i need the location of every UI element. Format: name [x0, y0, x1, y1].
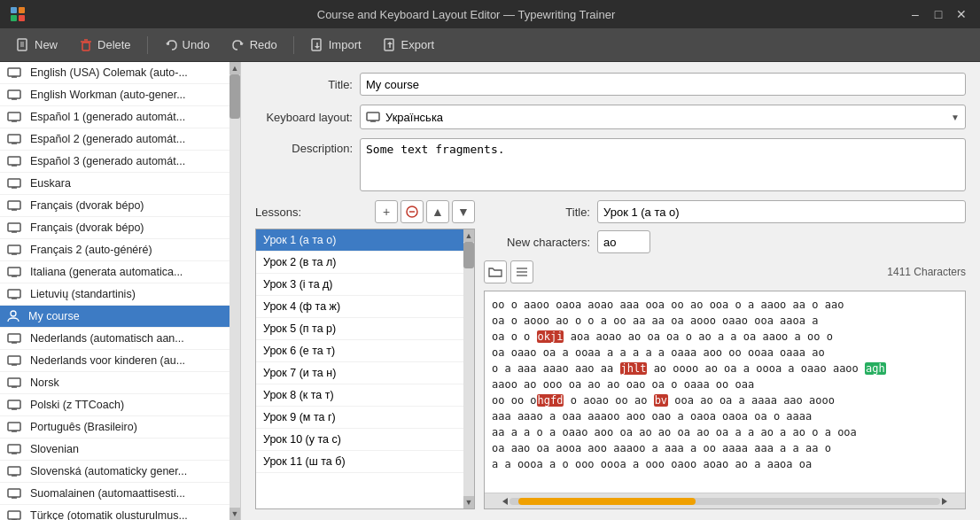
lessons-scroll[interactable]: Урок 1 (а та о)Урок 2 (в та л)Урок 3 (і … [256, 229, 463, 508]
lesson-title-input[interactable] [597, 200, 966, 223]
sidebar-item-18[interactable]: Slovenská (automaticky gener... [0, 461, 229, 483]
sidebar-item-label-14: Norsk [30, 376, 59, 389]
lesson-item-6[interactable]: Урок 7 (и та н) [256, 362, 463, 384]
keyboard-select[interactable]: Українська ▼ [360, 105, 966, 129]
delete-button[interactable]: Delete [70, 33, 140, 58]
lesson-item-8[interactable]: Урок 9 (м та г) [256, 407, 463, 429]
sidebar-item-15[interactable]: Polski (z TTCoach) [0, 394, 229, 416]
text-area-container: oo o aaoo oaoa aoao aaa ooa oo ao ooa o … [484, 291, 966, 509]
text-content[interactable]: oo o aaoo oaoa aoao aaa ooa oo ao ooa o … [485, 291, 965, 493]
svg-rect-28 [8, 135, 20, 143]
sidebar-item-20[interactable]: Türkçe (otomatik olusturulmus... [0, 505, 229, 520]
sidebar-item-11[interactable]: My course [0, 306, 229, 328]
lesson-item-0[interactable]: Урок 1 (а та о) [256, 229, 463, 252]
undo-label: Undo [183, 38, 210, 51]
svg-rect-19 [8, 68, 20, 76]
sidebar-item-8[interactable]: Français 2 (auto-généré) [0, 239, 229, 261]
description-form-label: Description: [255, 138, 353, 155]
sidebar-scroll-up[interactable]: ▲ [229, 62, 240, 74]
sidebar-item-1[interactable]: English Workman (auto-gener... [0, 84, 229, 106]
export-icon [383, 38, 397, 52]
import-label: Import [329, 38, 362, 51]
sidebar-item-label-2: Español 1 (generado automát... [30, 111, 185, 123]
list-button[interactable] [510, 260, 533, 283]
new-chars-row: New characters: [484, 230, 966, 253]
sidebar-item-4[interactable]: Español 3 (generado automát... [0, 151, 229, 173]
text-hscrollbar[interactable] [485, 493, 965, 508]
folder-icon [488, 266, 502, 278]
sidebar-item-3[interactable]: Español 2 (generado automát... [0, 128, 229, 151]
sidebar-item-2[interactable]: Español 1 (generado automát... [0, 106, 229, 128]
svg-rect-68 [8, 445, 20, 453]
lesson-item-5[interactable]: Урок 6 (е та т) [256, 340, 463, 362]
undo-icon [164, 38, 178, 52]
sidebar-item-9[interactable]: Italiana (generata automatica... [0, 261, 229, 283]
new-chars-label: New characters: [484, 236, 590, 249]
sidebar-item-label-16: Português (Brasileiro) [30, 421, 137, 433]
lesson-item-10[interactable]: Урок 11 (ш та б) [256, 451, 463, 473]
new-chars-input[interactable] [597, 230, 650, 253]
close-button[interactable]: ✕ [952, 4, 971, 24]
open-file-button[interactable] [484, 260, 507, 283]
lesson-item-4[interactable]: Урок 5 (п та р) [256, 318, 463, 340]
lessons-scroll-up[interactable]: ▲ [463, 229, 474, 242]
lessons-left: Lessons: + ▲ ▼ [255, 200, 475, 509]
export-button[interactable]: Export [374, 33, 444, 58]
sidebar-item-0[interactable]: English (USA) Colemak (auto-... [0, 62, 229, 84]
svg-rect-2 [11, 15, 17, 21]
svg-rect-71 [8, 467, 20, 475]
hscroll-right-arrow[interactable] [940, 497, 949, 506]
move-up-button[interactable]: ▲ [426, 200, 449, 223]
lessons-scroll-down[interactable]: ▼ [463, 496, 474, 508]
delete-lesson-button[interactable] [401, 200, 424, 223]
sidebar-item-14[interactable]: Norsk [0, 372, 229, 394]
sidebar-item-16[interactable]: Português (Brasileiro) [0, 416, 229, 439]
minimize-button[interactable]: – [906, 4, 925, 24]
sidebar-item-7[interactable]: Français (dvorak bépo) [0, 217, 229, 239]
lesson-item-3[interactable]: Урок 4 (ф та ж) [256, 296, 463, 318]
highlight-red: hgfd [537, 394, 564, 407]
sidebar-item-6[interactable]: Français (dvorak bépo) [0, 195, 229, 217]
import-button[interactable]: Import [301, 33, 370, 58]
toolbar: New Delete Undo Redo Import [0, 28, 980, 62]
sidebar-item-17[interactable]: Slovenian [0, 439, 229, 461]
svg-marker-18 [387, 42, 393, 44]
sidebar-item-label-10: Lietuvių (standartinis) [30, 288, 136, 300]
lesson-item-1[interactable]: Урок 2 (в та л) [256, 252, 463, 274]
delete-lesson-icon [406, 206, 418, 218]
add-lesson-button[interactable]: + [375, 200, 398, 223]
redo-button[interactable]: Redo [222, 33, 286, 58]
monitor-icon [7, 289, 21, 299]
sidebar-scroll-down[interactable]: ▼ [229, 508, 240, 520]
svg-rect-80 [367, 113, 379, 120]
monitor-icon [7, 89, 21, 100]
sidebar-item-19[interactable]: Suomalainen (automaattisesti... [0, 483, 229, 505]
hscroll-left-arrow[interactable] [501, 497, 509, 506]
sidebar-item-12[interactable]: Nederlands (automatisch aan... [0, 328, 229, 350]
monitor-icon [366, 112, 380, 122]
maximize-button[interactable]: □ [929, 4, 948, 24]
lesson-item-7[interactable]: Урок 8 (к та т) [256, 384, 463, 407]
sidebar-item-13[interactable]: Nederlands voor kinderen (au... [0, 350, 229, 372]
keyboard-row: Keyboard layout: Українська ▼ [255, 105, 966, 129]
lessons-scrollbar[interactable]: ▲ ▼ [463, 229, 474, 508]
sidebar-list[interactable]: English (USA) Colemak (auto-...English W… [0, 62, 229, 520]
move-down-button[interactable]: ▼ [452, 200, 475, 223]
sidebar-item-5[interactable]: Euskara [0, 173, 229, 195]
description-textarea[interactable] [360, 138, 966, 191]
new-label: New [35, 38, 58, 51]
monitor-icon [7, 355, 21, 366]
undo-button[interactable]: Undo [155, 33, 219, 58]
sidebar-item-label-17: Slovenian [30, 443, 79, 455]
svg-rect-56 [8, 356, 20, 364]
monitor-icon [7, 244, 21, 255]
lesson-item-9[interactable]: Урок 10 (у та с) [256, 429, 463, 451]
sidebar-item-10[interactable]: Lietuvių (standartinis) [0, 283, 229, 306]
lesson-title-label: Title: [484, 206, 590, 219]
sidebar-item-label-4: Español 3 (generado automát... [30, 155, 185, 167]
new-button[interactable]: New [7, 33, 66, 58]
lesson-item-2[interactable]: Урок 3 (і та д) [256, 274, 463, 296]
lessons-section: Lessons: + ▲ ▼ [255, 200, 966, 509]
sidebar-scrollbar[interactable]: ▲ ▼ [229, 62, 240, 520]
title-input[interactable] [360, 73, 966, 96]
